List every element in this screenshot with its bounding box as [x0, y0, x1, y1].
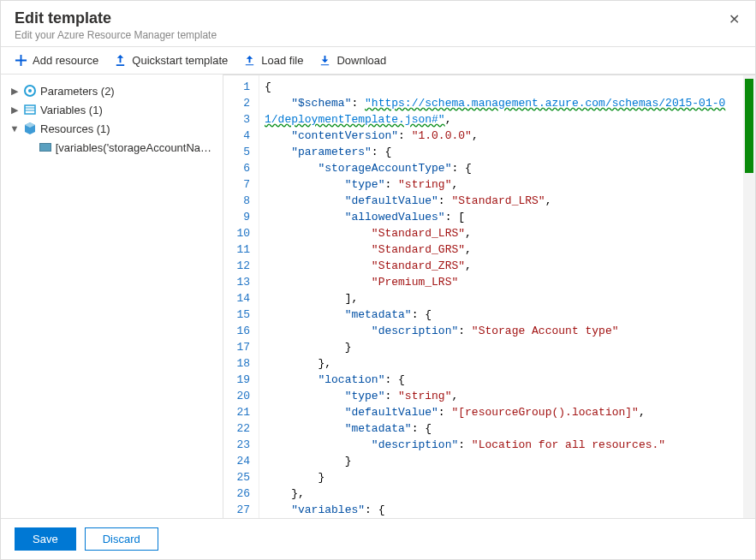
main-area: ▶ Parameters (2) ▶ Variables (1) ▼ Resou…	[1, 74, 755, 518]
outline-tree: ▶ Parameters (2) ▶ Variables (1) ▼ Resou…	[1, 74, 223, 518]
load-file-button[interactable]: Load file	[243, 54, 303, 67]
svg-rect-2	[25, 105, 35, 114]
resources-icon	[23, 122, 37, 135]
close-icon: ✕	[729, 12, 740, 27]
dialog-header: Edit template Edit your Azure Resource M…	[1, 1, 755, 47]
tree-item-storage-account[interactable]: [variables('storageAccountNam…	[8, 138, 219, 157]
code-editor[interactable]: 1234567891011121314151617181920212223242…	[223, 74, 755, 518]
download-button[interactable]: Download	[318, 54, 386, 67]
download-icon	[318, 54, 331, 67]
caret-right-icon: ▶	[9, 86, 20, 97]
caret-down-icon: ▼	[9, 123, 20, 134]
page-subtitle: Edit your Azure Resource Manager templat…	[15, 29, 741, 41]
scrollbar-thumb[interactable]	[745, 79, 753, 173]
quickstart-label: Quickstart template	[132, 54, 228, 67]
storage-account-icon	[39, 140, 52, 154]
upload-arrow-icon	[114, 54, 127, 67]
save-button[interactable]: Save	[15, 527, 76, 551]
add-resource-label: Add resource	[33, 54, 98, 67]
tree-item-label: Resources (1)	[40, 122, 110, 135]
code-content[interactable]: { "$schema": "https://schema.management.…	[259, 75, 743, 518]
caret-right-icon: ▶	[9, 104, 20, 116]
dialog-footer: Save Discard	[1, 518, 755, 559]
download-label: Download	[336, 54, 386, 67]
tree-item-resources[interactable]: ▼ Resources (1)	[8, 119, 219, 138]
line-number-gutter: 1234567891011121314151617181920212223242…	[223, 75, 259, 518]
toolbar: Add resource Quickstart template Load fi…	[1, 47, 755, 74]
variables-icon	[23, 103, 37, 116]
plus-icon	[15, 54, 27, 67]
tree-item-label: Parameters (2)	[40, 85, 115, 98]
parameters-icon	[23, 84, 37, 98]
tree-item-label: Variables (1)	[40, 104, 103, 116]
svg-point-1	[28, 89, 32, 92]
tree-item-label: [variables('storageAccountNam…	[56, 141, 217, 154]
tree-item-parameters[interactable]: ▶ Parameters (2)	[8, 81, 219, 100]
quickstart-template-button[interactable]: Quickstart template	[114, 54, 228, 67]
load-file-label: Load file	[261, 54, 303, 67]
tree-item-variables[interactable]: ▶ Variables (1)	[8, 100, 219, 119]
page-title: Edit template	[15, 9, 741, 27]
editor-scrollbar[interactable]	[743, 75, 755, 518]
upload-icon	[243, 54, 256, 67]
add-resource-button[interactable]: Add resource	[15, 54, 98, 67]
close-button[interactable]: ✕	[723, 8, 745, 31]
discard-button[interactable]: Discard	[85, 527, 158, 551]
